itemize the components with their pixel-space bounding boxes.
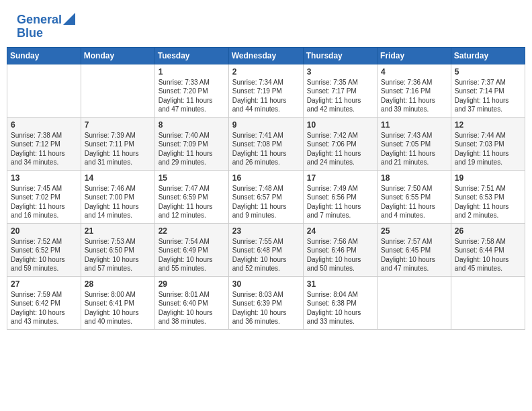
day-info: Sunrise: 7:43 AM Sunset: 7:05 PM Dayligh… (381, 131, 447, 167)
calendar-cell: 28Sunrise: 8:00 AM Sunset: 6:41 PM Dayli… (81, 276, 154, 329)
day-info: Sunrise: 8:04 AM Sunset: 6:38 PM Dayligh… (307, 290, 373, 326)
calendar-cell (81, 64, 154, 117)
day-number: 4 (381, 67, 447, 77)
calendar-cell (451, 276, 525, 329)
day-info: Sunrise: 7:41 AM Sunset: 7:08 PM Dayligh… (232, 131, 300, 167)
day-info: Sunrise: 7:53 AM Sunset: 6:50 PM Dayligh… (85, 237, 151, 273)
calendar-cell (378, 276, 451, 329)
day-info: Sunrise: 7:59 AM Sunset: 6:42 PM Dayligh… (11, 290, 77, 326)
day-info: Sunrise: 7:46 AM Sunset: 7:00 PM Dayligh… (85, 184, 151, 220)
calendar-cell: 20Sunrise: 7:52 AM Sunset: 6:52 PM Dayli… (7, 223, 81, 276)
calendar-cell: 31Sunrise: 8:04 AM Sunset: 6:38 PM Dayli… (303, 276, 377, 329)
calendar-cell: 26Sunrise: 7:58 AM Sunset: 6:44 PM Dayli… (451, 223, 525, 276)
calendar-week-row: 6Sunrise: 7:38 AM Sunset: 7:12 PM Daylig… (7, 117, 525, 170)
day-number: 1 (159, 67, 225, 77)
day-number: 29 (159, 279, 225, 289)
day-info: Sunrise: 7:58 AM Sunset: 6:44 PM Dayligh… (455, 237, 521, 273)
calendar-cell: 7Sunrise: 7:39 AM Sunset: 7:11 PM Daylig… (81, 117, 154, 170)
day-number: 8 (159, 120, 225, 130)
calendar-table: SundayMondayTuesdayWednesdayThursdayFrid… (7, 47, 525, 330)
calendar-cell: 10Sunrise: 7:42 AM Sunset: 7:06 PM Dayli… (303, 117, 377, 170)
day-info: Sunrise: 7:45 AM Sunset: 7:02 PM Dayligh… (11, 184, 77, 220)
day-info: Sunrise: 7:47 AM Sunset: 6:59 PM Dayligh… (159, 184, 225, 220)
weekday-header-tuesday: Tuesday (154, 47, 228, 64)
calendar-cell: 9Sunrise: 7:41 AM Sunset: 7:08 PM Daylig… (228, 117, 303, 170)
calendar-week-row: 1Sunrise: 7:33 AM Sunset: 7:20 PM Daylig… (7, 64, 525, 117)
calendar-cell: 24Sunrise: 7:56 AM Sunset: 6:46 PM Dayli… (303, 223, 377, 276)
calendar-cell: 13Sunrise: 7:45 AM Sunset: 7:02 PM Dayli… (7, 170, 81, 223)
day-number: 31 (307, 279, 373, 289)
calendar-cell: 25Sunrise: 7:57 AM Sunset: 6:45 PM Dayli… (378, 223, 451, 276)
day-number: 16 (232, 173, 300, 183)
calendar-cell: 2Sunrise: 7:34 AM Sunset: 7:19 PM Daylig… (228, 64, 303, 117)
day-number: 6 (11, 120, 77, 130)
calendar-cell: 15Sunrise: 7:47 AM Sunset: 6:59 PM Dayli… (154, 170, 228, 223)
calendar-body: 1Sunrise: 7:33 AM Sunset: 7:20 PM Daylig… (7, 64, 525, 329)
logo: General Blue (17, 13, 75, 40)
day-number: 15 (159, 173, 225, 183)
day-number: 24 (307, 226, 373, 236)
day-number: 21 (85, 226, 151, 236)
calendar-cell: 17Sunrise: 7:49 AM Sunset: 6:56 PM Dayli… (303, 170, 377, 223)
day-number: 13 (11, 173, 77, 183)
day-info: Sunrise: 8:01 AM Sunset: 6:40 PM Dayligh… (159, 290, 225, 326)
day-info: Sunrise: 7:52 AM Sunset: 6:52 PM Dayligh… (11, 237, 77, 273)
day-info: Sunrise: 7:51 AM Sunset: 6:53 PM Dayligh… (455, 184, 521, 220)
calendar-cell: 21Sunrise: 7:53 AM Sunset: 6:50 PM Dayli… (81, 223, 154, 276)
calendar-cell: 22Sunrise: 7:54 AM Sunset: 6:49 PM Dayli… (154, 223, 228, 276)
calendar-cell: 14Sunrise: 7:46 AM Sunset: 7:00 PM Dayli… (81, 170, 154, 223)
day-info: Sunrise: 7:49 AM Sunset: 6:56 PM Dayligh… (307, 184, 373, 220)
day-info: Sunrise: 7:57 AM Sunset: 6:45 PM Dayligh… (381, 237, 447, 273)
day-number: 7 (85, 120, 151, 130)
day-info: Sunrise: 7:33 AM Sunset: 7:20 PM Dayligh… (159, 78, 225, 114)
calendar-cell: 16Sunrise: 7:48 AM Sunset: 6:57 PM Dayli… (228, 170, 303, 223)
day-info: Sunrise: 8:03 AM Sunset: 6:39 PM Dayligh… (232, 290, 300, 326)
day-info: Sunrise: 7:56 AM Sunset: 6:46 PM Dayligh… (307, 237, 373, 273)
logo-text: General (17, 13, 62, 27)
calendar-cell: 29Sunrise: 8:01 AM Sunset: 6:40 PM Dayli… (154, 276, 228, 329)
day-number: 27 (11, 279, 77, 289)
day-info: Sunrise: 7:36 AM Sunset: 7:16 PM Dayligh… (381, 78, 447, 114)
day-info: Sunrise: 7:55 AM Sunset: 6:48 PM Dayligh… (232, 237, 300, 273)
calendar-header-row: SundayMondayTuesdayWednesdayThursdayFrid… (7, 47, 525, 64)
day-info: Sunrise: 7:40 AM Sunset: 7:09 PM Dayligh… (159, 131, 225, 167)
logo-arrow-icon (63, 13, 75, 25)
day-number: 25 (381, 226, 447, 236)
calendar-cell: 5Sunrise: 7:37 AM Sunset: 7:14 PM Daylig… (451, 64, 525, 117)
weekday-header-wednesday: Wednesday (228, 47, 303, 64)
day-number: 23 (232, 226, 300, 236)
day-info: Sunrise: 7:48 AM Sunset: 6:57 PM Dayligh… (232, 184, 300, 220)
day-number: 19 (455, 173, 521, 183)
calendar-cell: 18Sunrise: 7:50 AM Sunset: 6:55 PM Dayli… (378, 170, 451, 223)
day-info: Sunrise: 8:00 AM Sunset: 6:41 PM Dayligh… (85, 290, 151, 326)
calendar-cell: 19Sunrise: 7:51 AM Sunset: 6:53 PM Dayli… (451, 170, 525, 223)
day-number: 26 (455, 226, 521, 236)
day-number: 12 (455, 120, 521, 130)
day-number: 17 (307, 173, 373, 183)
calendar-cell: 3Sunrise: 7:35 AM Sunset: 7:17 PM Daylig… (303, 64, 377, 117)
weekday-header-friday: Friday (378, 47, 451, 64)
calendar-cell: 12Sunrise: 7:44 AM Sunset: 7:03 PM Dayli… (451, 117, 525, 170)
day-info: Sunrise: 7:35 AM Sunset: 7:17 PM Dayligh… (307, 78, 373, 114)
calendar-cell: 23Sunrise: 7:55 AM Sunset: 6:48 PM Dayli… (228, 223, 303, 276)
day-info: Sunrise: 7:50 AM Sunset: 6:55 PM Dayligh… (381, 184, 447, 220)
day-number: 10 (307, 120, 373, 130)
day-info: Sunrise: 7:37 AM Sunset: 7:14 PM Dayligh… (455, 78, 521, 114)
calendar-week-row: 27Sunrise: 7:59 AM Sunset: 6:42 PM Dayli… (7, 276, 525, 329)
calendar-cell: 8Sunrise: 7:40 AM Sunset: 7:09 PM Daylig… (154, 117, 228, 170)
calendar-cell: 27Sunrise: 7:59 AM Sunset: 6:42 PM Dayli… (7, 276, 81, 329)
day-info: Sunrise: 7:42 AM Sunset: 7:06 PM Dayligh… (307, 131, 373, 167)
day-number: 14 (85, 173, 151, 183)
calendar-week-row: 20Sunrise: 7:52 AM Sunset: 6:52 PM Dayli… (7, 223, 525, 276)
day-info: Sunrise: 7:34 AM Sunset: 7:19 PM Dayligh… (232, 78, 300, 114)
weekday-header-thursday: Thursday (303, 47, 377, 64)
calendar-cell (7, 64, 81, 117)
logo-blue-text: Blue (17, 27, 43, 40)
calendar-cell: 11Sunrise: 7:43 AM Sunset: 7:05 PM Dayli… (378, 117, 451, 170)
calendar-cell: 4Sunrise: 7:36 AM Sunset: 7:16 PM Daylig… (378, 64, 451, 117)
calendar-cell: 6Sunrise: 7:38 AM Sunset: 7:12 PM Daylig… (7, 117, 81, 170)
day-number: 30 (232, 279, 300, 289)
day-number: 20 (11, 226, 77, 236)
day-info: Sunrise: 7:54 AM Sunset: 6:49 PM Dayligh… (159, 237, 225, 273)
day-number: 5 (455, 67, 521, 77)
